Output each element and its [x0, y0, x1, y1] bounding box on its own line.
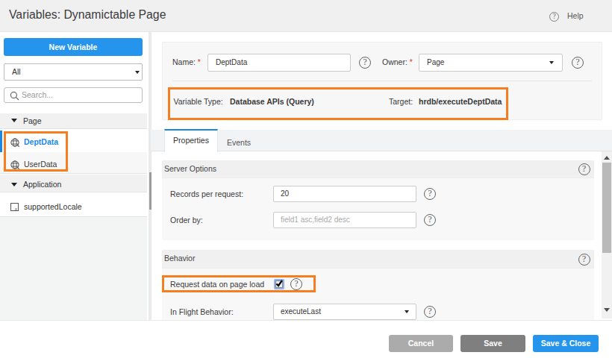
svg-text:x: x: [14, 206, 18, 211]
